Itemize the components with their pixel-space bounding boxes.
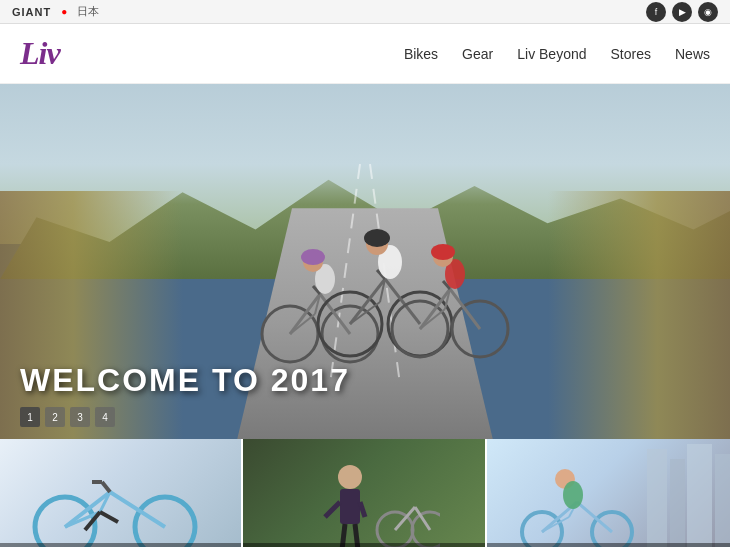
svg-line-41 <box>100 512 118 522</box>
instagram-icon[interactable]: ◉ <box>698 2 718 22</box>
top-bar-left: GIANT ● 日本 <box>12 4 99 19</box>
category-thumbnails: BIKES GEAR <box>0 439 730 547</box>
category-bikes-label: BIKES <box>0 543 243 547</box>
svg-point-57 <box>592 512 632 547</box>
hero-vegetation-right <box>548 191 731 440</box>
hero-cyclists <box>205 164 525 384</box>
category-fit-your-body[interactable]: FIT YOUR BODY <box>487 439 730 547</box>
svg-line-25 <box>450 289 480 329</box>
bikes-illustration <box>10 462 240 547</box>
category-bikes[interactable]: BIKES <box>0 439 243 547</box>
main-navigation: Liv Bikes Gear Liv Beyond Stores News <box>0 24 730 84</box>
nav-link-gear[interactable]: Gear <box>462 46 493 62</box>
hero-banner: WELCOME TO 2017 1 2 3 4 <box>0 84 730 439</box>
hero-title: WELCOME TO 2017 <box>20 362 350 399</box>
svg-point-32 <box>35 497 95 547</box>
nav-link-news[interactable]: News <box>675 46 710 62</box>
slide-dot-1[interactable]: 1 <box>20 407 40 427</box>
slide-dot-4[interactable]: 4 <box>95 407 115 427</box>
hero-text-overlay: WELCOME TO 2017 <box>20 362 350 399</box>
svg-rect-54 <box>687 444 712 547</box>
svg-rect-55 <box>715 454 730 547</box>
giant-brand-text: GIANT <box>12 6 51 18</box>
star-icon: ● <box>61 6 67 17</box>
category-gear[interactable]: GEAR <box>243 439 486 547</box>
liv-logo[interactable]: Liv <box>20 35 60 72</box>
category-gear-label: GEAR <box>243 543 486 547</box>
svg-point-49 <box>412 512 440 547</box>
svg-rect-43 <box>340 489 360 524</box>
slide-dot-3[interactable]: 3 <box>70 407 90 427</box>
svg-point-42 <box>338 465 362 489</box>
svg-point-11 <box>301 249 325 265</box>
nav-link-bikes[interactable]: Bikes <box>404 46 438 62</box>
slide-indicators: 1 2 3 4 <box>20 407 115 427</box>
hero-vegetation-left <box>0 191 183 440</box>
svg-point-33 <box>135 497 195 547</box>
top-bar-social: f ▶ ◉ <box>646 2 718 22</box>
svg-line-45 <box>360 502 365 517</box>
svg-line-38 <box>102 482 110 492</box>
body-cyclist-illustration <box>497 457 677 547</box>
svg-point-56 <box>522 512 562 547</box>
svg-line-44 <box>325 502 340 517</box>
nav-link-liv-beyond[interactable]: Liv Beyond <box>517 46 586 62</box>
language-label[interactable]: 日本 <box>77 4 99 19</box>
svg-line-5 <box>320 294 350 334</box>
slide-dot-2[interactable]: 2 <box>45 407 65 427</box>
gear-illustration <box>290 462 440 547</box>
facebook-icon[interactable]: f <box>646 2 666 22</box>
giant-logo[interactable]: GIANT <box>12 6 51 18</box>
youtube-icon[interactable]: ▶ <box>672 2 692 22</box>
svg-point-31 <box>431 244 455 260</box>
svg-point-63 <box>563 481 583 509</box>
top-bar: GIANT ● 日本 f ▶ ◉ <box>0 0 730 24</box>
nav-link-stores[interactable]: Stores <box>611 46 651 62</box>
nav-links: Bikes Gear Liv Beyond Stores News <box>404 46 710 62</box>
category-body-label: FIT YOUR BODY <box>487 543 730 547</box>
svg-point-21 <box>364 229 390 247</box>
